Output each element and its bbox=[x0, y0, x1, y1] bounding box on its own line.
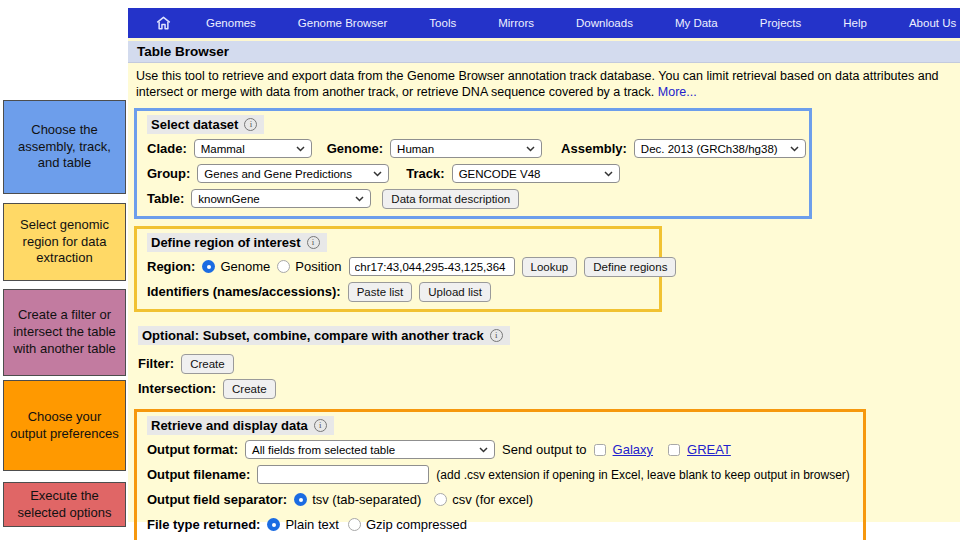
annotation-select-region: Select genomic region for data extractio… bbox=[3, 203, 126, 281]
nav-item-help[interactable]: Help bbox=[822, 17, 888, 29]
output-filename-row: Output filename: (add .csv extension if … bbox=[147, 465, 853, 485]
track-select[interactable]: GENCODE V48 bbox=[452, 164, 620, 183]
info-icon[interactable]: i bbox=[244, 118, 257, 131]
annotation-output-preferences: Choose your output preferences bbox=[3, 380, 126, 471]
radio-icon bbox=[348, 518, 361, 531]
table-select[interactable]: knownGene bbox=[191, 189, 371, 208]
separator-label: Output field separator: bbox=[147, 492, 287, 507]
intersection-row: Intersection: Create bbox=[138, 379, 960, 399]
clade-value: Mammal bbox=[201, 143, 245, 155]
table-row: Table: knownGene Data format description bbox=[147, 189, 799, 209]
gzip-option-label: Gzip compressed bbox=[366, 517, 467, 532]
top-white-strip bbox=[128, 0, 960, 8]
paste-list-button[interactable]: Paste list bbox=[348, 282, 413, 302]
radio-icon bbox=[294, 493, 307, 506]
page-content: Use this tool to retrieve and export dat… bbox=[128, 63, 960, 522]
region-row: Region: Genome Position Lookup Define re… bbox=[147, 257, 649, 277]
region-label: Region: bbox=[147, 259, 195, 274]
data-format-description-button[interactable]: Data format description bbox=[382, 189, 519, 209]
region-genome-option-label: Genome bbox=[220, 259, 270, 274]
identifiers-label: Identifiers (names/accessions): bbox=[147, 284, 341, 299]
main-nav: Genomes Genome Browser Tools Mirrors Dow… bbox=[128, 8, 960, 38]
radio-icon bbox=[202, 260, 215, 273]
nav-item-downloads[interactable]: Downloads bbox=[555, 17, 654, 29]
file-type-label: File type returned: bbox=[147, 517, 260, 532]
annotation-create-filter: Create a filter or intersect the table w… bbox=[3, 289, 126, 376]
intersection-create-button[interactable]: Create bbox=[223, 379, 276, 399]
chevron-down-icon bbox=[526, 146, 535, 152]
genome-select[interactable]: Human bbox=[390, 139, 542, 158]
tsv-option-label: tsv (tab-separated) bbox=[312, 492, 421, 507]
nav-item-projects[interactable]: Projects bbox=[739, 17, 823, 29]
csv-option[interactable]: csv (for excel) bbox=[434, 492, 533, 507]
plain-text-option[interactable]: Plain text bbox=[267, 517, 338, 532]
chevron-down-icon bbox=[479, 447, 488, 453]
track-label: Track: bbox=[406, 166, 444, 181]
home-icon[interactable] bbox=[138, 16, 185, 30]
define-region-title: Define region of interest bbox=[151, 235, 301, 250]
lookup-button[interactable]: Lookup bbox=[522, 257, 578, 277]
output-format-value: All fields from selected table bbox=[252, 444, 395, 456]
output-format-row: Output format: All fields from selected … bbox=[147, 440, 853, 460]
filter-row: Filter: Create bbox=[138, 354, 960, 374]
nav-item-mirrors[interactable]: Mirrors bbox=[477, 17, 555, 29]
chevron-down-icon bbox=[790, 146, 799, 152]
info-icon[interactable]: i bbox=[307, 236, 320, 249]
select-dataset-title: Select dataset bbox=[151, 117, 238, 132]
nav-item-genome-browser[interactable]: Genome Browser bbox=[277, 17, 408, 29]
region-position-option-label: Position bbox=[295, 259, 341, 274]
upload-list-button[interactable]: Upload list bbox=[419, 282, 491, 302]
genome-label: Genome: bbox=[327, 141, 383, 156]
group-value: Genes and Gene Predictions bbox=[204, 168, 352, 180]
output-format-label: Output format: bbox=[147, 442, 238, 457]
group-select[interactable]: Genes and Gene Predictions bbox=[197, 164, 389, 183]
clade-select[interactable]: Mammal bbox=[194, 139, 312, 158]
table-browser-page: Genomes Genome Browser Tools Mirrors Dow… bbox=[128, 0, 960, 540]
info-icon[interactable]: i bbox=[490, 329, 503, 342]
page-title: Table Browser bbox=[137, 44, 229, 59]
more-link[interactable]: More... bbox=[658, 85, 697, 99]
info-icon[interactable]: i bbox=[314, 419, 327, 432]
region-genome-option[interactable]: Genome bbox=[202, 259, 270, 274]
optional-header: Optional: Subset, combine, compare with … bbox=[138, 326, 510, 345]
output-format-select[interactable]: All fields from selected table bbox=[245, 440, 495, 459]
radio-icon bbox=[434, 493, 447, 506]
annotation-label: Choose the assembly, track, and table bbox=[8, 122, 121, 173]
annotation-label: Create a filter or intersect the table w… bbox=[8, 307, 121, 358]
output-filename-label: Output filename: bbox=[147, 467, 250, 482]
galaxy-link[interactable]: Galaxy bbox=[613, 442, 653, 457]
filename-hint: (add .csv extension if opening in Excel,… bbox=[436, 468, 850, 482]
define-regions-button[interactable]: Define regions bbox=[584, 257, 676, 277]
clade-row: Clade: Mammal Genome: Human Assembly: De… bbox=[147, 139, 799, 159]
filter-create-button[interactable]: Create bbox=[181, 354, 234, 374]
position-input[interactable] bbox=[349, 257, 515, 276]
nav-item-my-data[interactable]: My Data bbox=[654, 17, 739, 29]
nav-item-about-us[interactable]: About Us bbox=[888, 17, 960, 29]
annotation-label: Choose your output preferences bbox=[8, 409, 121, 443]
csv-option-label: csv (for excel) bbox=[452, 492, 533, 507]
gzip-option[interactable]: Gzip compressed bbox=[348, 517, 467, 532]
send-output-label: Send output to bbox=[502, 442, 587, 457]
title-bar: Table Browser bbox=[128, 41, 960, 63]
assembly-label: Assembly: bbox=[561, 141, 627, 156]
assembly-select[interactable]: Dec. 2013 (GRCh38/hg38) bbox=[634, 139, 806, 158]
separator-row: Output field separator: tsv (tab-separat… bbox=[147, 490, 853, 510]
nav-item-tools[interactable]: Tools bbox=[408, 17, 477, 29]
chevron-down-icon bbox=[296, 146, 305, 152]
region-position-option[interactable]: Position bbox=[277, 259, 341, 274]
retrieve-section: Retrieve and display data i Output forma… bbox=[134, 409, 866, 540]
optional-title: Optional: Subset, combine, compare with … bbox=[142, 328, 484, 343]
annotation-label: Execute the selected options bbox=[8, 488, 121, 522]
select-dataset-header: Select dataset i bbox=[147, 115, 264, 134]
output-filename-input[interactable] bbox=[257, 465, 429, 484]
radio-icon bbox=[267, 518, 280, 531]
tsv-option[interactable]: tsv (tab-separated) bbox=[294, 492, 421, 507]
great-link[interactable]: GREAT bbox=[687, 442, 731, 457]
select-dataset-section: Select dataset i Clade: Mammal Genome: H… bbox=[134, 108, 812, 219]
plain-text-option-label: Plain text bbox=[285, 517, 338, 532]
annotation-execute-options: Execute the selected options bbox=[3, 482, 126, 527]
great-checkbox[interactable] bbox=[668, 444, 680, 456]
galaxy-checkbox[interactable] bbox=[594, 444, 606, 456]
intersection-label: Intersection: bbox=[138, 381, 216, 396]
nav-item-genomes[interactable]: Genomes bbox=[185, 17, 277, 29]
